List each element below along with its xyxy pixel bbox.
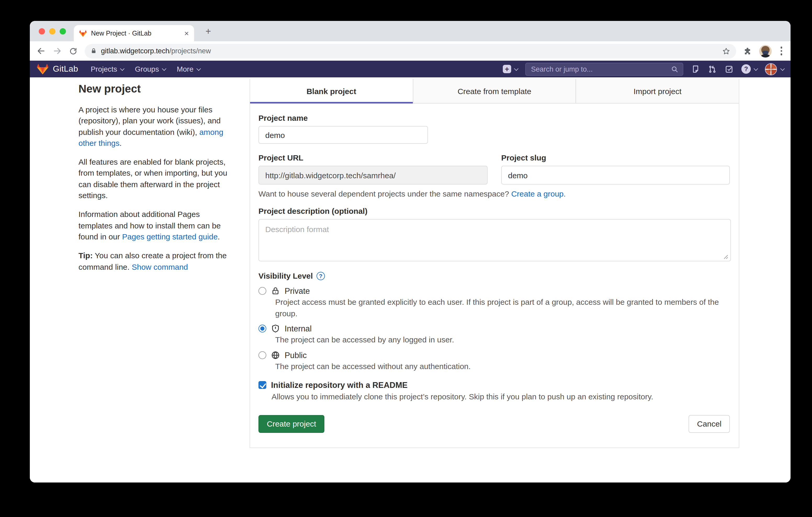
user-avatar bbox=[765, 63, 777, 75]
private-radio[interactable] bbox=[258, 287, 266, 295]
readme-option[interactable]: Initialize repository with a README bbox=[258, 380, 730, 391]
new-project-sidebar: New project A project is where you house… bbox=[79, 83, 231, 280]
form-actions: Create project Cancel bbox=[258, 415, 730, 433]
internal-title: Internal bbox=[285, 324, 312, 334]
visibility-option-internal[interactable]: Internal bbox=[258, 324, 730, 334]
tab-create-from-template[interactable]: Create from template bbox=[412, 79, 576, 103]
extensions-puzzle-icon[interactable] bbox=[743, 46, 752, 56]
nav-menu-projects[interactable]: Projects bbox=[91, 65, 123, 73]
project-description-textarea[interactable] bbox=[258, 219, 731, 262]
nav-menu-groups-label: Groups bbox=[135, 65, 159, 73]
close-window-button[interactable] bbox=[39, 28, 45, 34]
tanuki-icon bbox=[37, 63, 49, 75]
lock-icon bbox=[271, 286, 280, 295]
tab-title: New Project · GitLab bbox=[91, 30, 180, 37]
sidebar-paragraph: Information about additional Pages templ… bbox=[79, 209, 231, 242]
pages-guide-link[interactable]: Pages getting started guide bbox=[122, 232, 218, 241]
paragraph-text: . bbox=[218, 232, 220, 241]
globe-icon bbox=[271, 351, 280, 359]
private-title: Private bbox=[285, 286, 310, 296]
visibility-option-public[interactable]: Public bbox=[258, 350, 730, 360]
chevron-down-icon bbox=[514, 66, 519, 71]
internal-description: The project can be accessed by any logge… bbox=[275, 334, 730, 345]
global-search[interactable] bbox=[525, 62, 683, 75]
address-bar[interactable]: gitlab.widgetcorp.tech/projects/new bbox=[85, 44, 736, 58]
create-project-button[interactable]: Create project bbox=[258, 415, 324, 433]
visibility-help-icon[interactable]: ? bbox=[317, 272, 325, 280]
gitlab-logo[interactable]: GitLab bbox=[37, 63, 78, 75]
page-title: New project bbox=[79, 83, 231, 95]
project-url-label: Project URL bbox=[258, 153, 488, 162]
browser-profile-avatar[interactable] bbox=[759, 45, 772, 57]
help-icon: ? bbox=[742, 64, 751, 74]
hint-text: Want to house several dependent projects… bbox=[258, 189, 511, 198]
chevron-down-icon bbox=[196, 66, 201, 71]
screen: New Project · GitLab × + gitlab.widgetco… bbox=[0, 0, 812, 517]
browser-menu-icon[interactable] bbox=[778, 47, 784, 55]
plus-icon: + bbox=[503, 65, 511, 73]
gitlab-wordmark: GitLab bbox=[53, 64, 78, 74]
close-tab-icon[interactable]: × bbox=[184, 29, 189, 37]
new-tab-button[interactable]: + bbox=[201, 25, 215, 38]
readme-label: Initialize repository with a README bbox=[271, 380, 408, 391]
forward-icon[interactable] bbox=[52, 46, 62, 56]
back-icon[interactable] bbox=[36, 46, 46, 56]
nav-menu-more[interactable]: More bbox=[177, 65, 200, 73]
namespace-hint: Want to house several dependent projects… bbox=[258, 189, 730, 198]
chevron-down-icon bbox=[754, 66, 758, 71]
public-radio[interactable] bbox=[258, 351, 266, 359]
page-content: New project A project is where you house… bbox=[30, 78, 790, 483]
sidebar-tip: Tip: You can also create a project from … bbox=[79, 250, 231, 272]
chevron-down-icon bbox=[162, 66, 166, 71]
project-url-input[interactable] bbox=[258, 166, 488, 185]
project-type-tabs: Blank project Create from template Impor… bbox=[250, 79, 739, 103]
readme-checkbox[interactable] bbox=[258, 381, 266, 389]
browser-window: New Project · GitLab × + gitlab.widgetco… bbox=[30, 21, 790, 483]
nav-menu-more-label: More bbox=[177, 65, 194, 73]
tab-import-project[interactable]: Import project bbox=[576, 79, 739, 103]
nav-menu-groups[interactable]: Groups bbox=[135, 65, 165, 73]
paragraph-text: . bbox=[120, 139, 122, 147]
visibility-level-text: Visibility Level bbox=[258, 271, 313, 280]
issues-icon[interactable] bbox=[691, 65, 700, 73]
visibility-level-label: Visibility Level ? bbox=[258, 271, 730, 280]
url-host: gitlab.widgetcorp.tech bbox=[101, 47, 169, 55]
visibility-option-private[interactable]: Private bbox=[258, 286, 730, 296]
bookmark-star-icon[interactable] bbox=[722, 47, 730, 55]
project-name-input[interactable] bbox=[258, 126, 428, 144]
ssl-lock-icon[interactable] bbox=[90, 48, 97, 54]
public-title: Public bbox=[285, 350, 307, 360]
gitlab-favicon-icon bbox=[79, 30, 87, 37]
help-menu[interactable]: ? bbox=[742, 64, 757, 74]
gitlab-navbar: GitLab Projects Groups More + bbox=[30, 61, 790, 78]
chevron-down-icon bbox=[120, 66, 124, 71]
create-group-link[interactable]: Create a group. bbox=[511, 189, 566, 198]
tab-blank-project[interactable]: Blank project bbox=[250, 79, 412, 103]
new-project-panel: Blank project Create from template Impor… bbox=[250, 79, 739, 448]
chevron-down-icon bbox=[780, 66, 785, 71]
resize-grip-icon[interactable] bbox=[724, 254, 728, 259]
browser-tab[interactable]: New Project · GitLab × bbox=[74, 25, 194, 41]
minimize-window-button[interactable] bbox=[49, 28, 55, 34]
nav-menu-projects-label: Projects bbox=[91, 65, 117, 73]
traffic-lights bbox=[39, 28, 66, 34]
new-menu-button[interactable]: + bbox=[503, 65, 517, 73]
search-input[interactable] bbox=[531, 65, 671, 73]
zoom-window-button[interactable] bbox=[60, 28, 66, 34]
readme-description: Allows you to immediately clone this pro… bbox=[271, 391, 730, 402]
project-description-label: Project description (optional) bbox=[258, 207, 730, 215]
project-slug-input[interactable] bbox=[501, 166, 730, 185]
merge-requests-icon[interactable] bbox=[708, 65, 717, 73]
blank-project-form: Project name Project URL Project slug Wa… bbox=[250, 103, 739, 433]
browser-toolbar: gitlab.widgetcorp.tech/projects/new bbox=[30, 41, 790, 61]
search-icon bbox=[671, 65, 678, 73]
browser-tabstrip: New Project · GitLab × + bbox=[30, 21, 790, 41]
reload-icon[interactable] bbox=[68, 46, 78, 56]
user-menu[interactable] bbox=[765, 63, 784, 75]
todos-icon[interactable] bbox=[725, 65, 733, 73]
internal-radio[interactable] bbox=[258, 325, 266, 332]
public-description: The project can be accessed without any … bbox=[275, 361, 730, 372]
cancel-button[interactable]: Cancel bbox=[689, 415, 730, 433]
sidebar-paragraph: A project is where you house your files … bbox=[79, 104, 231, 149]
show-command-link[interactable]: Show command bbox=[132, 262, 188, 271]
